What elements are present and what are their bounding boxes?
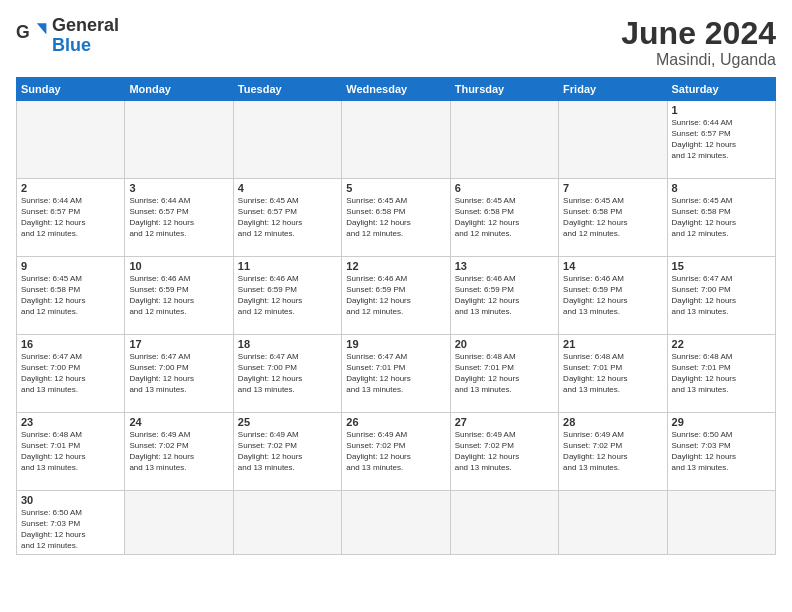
header-friday: Friday bbox=[559, 78, 667, 101]
day-info: Sunrise: 6:46 AMSunset: 6:59 PMDaylight:… bbox=[563, 274, 662, 317]
calendar-cell: 13Sunrise: 6:46 AMSunset: 6:59 PMDayligh… bbox=[450, 257, 558, 335]
calendar-cell: 2Sunrise: 6:44 AMSunset: 6:57 PMDaylight… bbox=[17, 179, 125, 257]
day-info: Sunrise: 6:45 AMSunset: 6:58 PMDaylight:… bbox=[21, 274, 120, 317]
logo: G GeneralBlue bbox=[16, 16, 119, 56]
day-number: 21 bbox=[563, 338, 662, 350]
day-number: 26 bbox=[346, 416, 445, 428]
day-info: Sunrise: 6:49 AMSunset: 7:02 PMDaylight:… bbox=[346, 430, 445, 473]
calendar-cell bbox=[233, 491, 341, 555]
calendar-cell: 11Sunrise: 6:46 AMSunset: 6:59 PMDayligh… bbox=[233, 257, 341, 335]
logo-text: GeneralBlue bbox=[52, 16, 119, 56]
logo-blue-text: Blue bbox=[52, 35, 91, 55]
calendar-cell: 7Sunrise: 6:45 AMSunset: 6:58 PMDaylight… bbox=[559, 179, 667, 257]
calendar-cell: 15Sunrise: 6:47 AMSunset: 7:00 PMDayligh… bbox=[667, 257, 775, 335]
calendar-cell bbox=[559, 491, 667, 555]
general-blue-logo-icon: G bbox=[16, 20, 48, 52]
header-sunday: Sunday bbox=[17, 78, 125, 101]
day-info: Sunrise: 6:48 AMSunset: 7:01 PMDaylight:… bbox=[563, 352, 662, 395]
calendar-cell bbox=[342, 491, 450, 555]
calendar-cell: 30Sunrise: 6:50 AMSunset: 7:03 PMDayligh… bbox=[17, 491, 125, 555]
day-info: Sunrise: 6:45 AMSunset: 6:57 PMDaylight:… bbox=[238, 196, 337, 239]
day-info: Sunrise: 6:44 AMSunset: 6:57 PMDaylight:… bbox=[21, 196, 120, 239]
calendar-cell bbox=[17, 101, 125, 179]
day-info: Sunrise: 6:45 AMSunset: 6:58 PMDaylight:… bbox=[455, 196, 554, 239]
svg-marker-1 bbox=[37, 23, 47, 34]
day-info: Sunrise: 6:47 AMSunset: 7:00 PMDaylight:… bbox=[21, 352, 120, 395]
calendar-cell: 6Sunrise: 6:45 AMSunset: 6:58 PMDaylight… bbox=[450, 179, 558, 257]
calendar-cell: 1Sunrise: 6:44 AMSunset: 6:57 PMDaylight… bbox=[667, 101, 775, 179]
day-number: 29 bbox=[672, 416, 771, 428]
day-number: 27 bbox=[455, 416, 554, 428]
calendar-header-row: Sunday Monday Tuesday Wednesday Thursday… bbox=[17, 78, 776, 101]
day-number: 13 bbox=[455, 260, 554, 272]
calendar-cell: 19Sunrise: 6:47 AMSunset: 7:01 PMDayligh… bbox=[342, 335, 450, 413]
calendar-cell: 21Sunrise: 6:48 AMSunset: 7:01 PMDayligh… bbox=[559, 335, 667, 413]
calendar-cell: 18Sunrise: 6:47 AMSunset: 7:00 PMDayligh… bbox=[233, 335, 341, 413]
day-info: Sunrise: 6:50 AMSunset: 7:03 PMDaylight:… bbox=[21, 508, 120, 551]
day-number: 30 bbox=[21, 494, 120, 506]
day-number: 14 bbox=[563, 260, 662, 272]
calendar-cell: 8Sunrise: 6:45 AMSunset: 6:58 PMDaylight… bbox=[667, 179, 775, 257]
calendar-cell: 12Sunrise: 6:46 AMSunset: 6:59 PMDayligh… bbox=[342, 257, 450, 335]
day-info: Sunrise: 6:47 AMSunset: 7:00 PMDaylight:… bbox=[129, 352, 228, 395]
day-number: 9 bbox=[21, 260, 120, 272]
day-number: 20 bbox=[455, 338, 554, 350]
day-info: Sunrise: 6:47 AMSunset: 7:00 PMDaylight:… bbox=[238, 352, 337, 395]
day-number: 5 bbox=[346, 182, 445, 194]
calendar-cell bbox=[125, 101, 233, 179]
day-number: 12 bbox=[346, 260, 445, 272]
day-info: Sunrise: 6:46 AMSunset: 6:59 PMDaylight:… bbox=[346, 274, 445, 317]
day-number: 2 bbox=[21, 182, 120, 194]
day-info: Sunrise: 6:47 AMSunset: 7:00 PMDaylight:… bbox=[672, 274, 771, 317]
day-number: 23 bbox=[21, 416, 120, 428]
page-header: G GeneralBlue June 2024 Masindi, Uganda bbox=[16, 16, 776, 69]
day-info: Sunrise: 6:44 AMSunset: 6:57 PMDaylight:… bbox=[129, 196, 228, 239]
header-thursday: Thursday bbox=[450, 78, 558, 101]
calendar-cell: 27Sunrise: 6:49 AMSunset: 7:02 PMDayligh… bbox=[450, 413, 558, 491]
day-info: Sunrise: 6:47 AMSunset: 7:01 PMDaylight:… bbox=[346, 352, 445, 395]
header-saturday: Saturday bbox=[667, 78, 775, 101]
calendar-cell bbox=[450, 101, 558, 179]
calendar-cell: 29Sunrise: 6:50 AMSunset: 7:03 PMDayligh… bbox=[667, 413, 775, 491]
day-number: 15 bbox=[672, 260, 771, 272]
calendar-cell: 22Sunrise: 6:48 AMSunset: 7:01 PMDayligh… bbox=[667, 335, 775, 413]
day-info: Sunrise: 6:46 AMSunset: 6:59 PMDaylight:… bbox=[238, 274, 337, 317]
month-title: June 2024 bbox=[621, 16, 776, 51]
svg-text:G: G bbox=[16, 21, 30, 41]
calendar-cell bbox=[233, 101, 341, 179]
day-info: Sunrise: 6:48 AMSunset: 7:01 PMDaylight:… bbox=[672, 352, 771, 395]
day-number: 4 bbox=[238, 182, 337, 194]
day-info: Sunrise: 6:49 AMSunset: 7:02 PMDaylight:… bbox=[563, 430, 662, 473]
day-number: 17 bbox=[129, 338, 228, 350]
calendar-cell bbox=[559, 101, 667, 179]
day-info: Sunrise: 6:45 AMSunset: 6:58 PMDaylight:… bbox=[672, 196, 771, 239]
day-info: Sunrise: 6:49 AMSunset: 7:02 PMDaylight:… bbox=[238, 430, 337, 473]
location: Masindi, Uganda bbox=[621, 51, 776, 69]
calendar-cell: 9Sunrise: 6:45 AMSunset: 6:58 PMDaylight… bbox=[17, 257, 125, 335]
day-number: 7 bbox=[563, 182, 662, 194]
calendar-cell: 28Sunrise: 6:49 AMSunset: 7:02 PMDayligh… bbox=[559, 413, 667, 491]
calendar-cell: 5Sunrise: 6:45 AMSunset: 6:58 PMDaylight… bbox=[342, 179, 450, 257]
day-number: 11 bbox=[238, 260, 337, 272]
title-block: June 2024 Masindi, Uganda bbox=[621, 16, 776, 69]
calendar-cell bbox=[667, 491, 775, 555]
day-number: 3 bbox=[129, 182, 228, 194]
day-info: Sunrise: 6:46 AMSunset: 6:59 PMDaylight:… bbox=[455, 274, 554, 317]
day-info: Sunrise: 6:46 AMSunset: 6:59 PMDaylight:… bbox=[129, 274, 228, 317]
day-number: 19 bbox=[346, 338, 445, 350]
calendar-cell: 20Sunrise: 6:48 AMSunset: 7:01 PMDayligh… bbox=[450, 335, 558, 413]
calendar-cell bbox=[125, 491, 233, 555]
day-number: 18 bbox=[238, 338, 337, 350]
header-monday: Monday bbox=[125, 78, 233, 101]
day-number: 24 bbox=[129, 416, 228, 428]
day-info: Sunrise: 6:45 AMSunset: 6:58 PMDaylight:… bbox=[346, 196, 445, 239]
calendar-table: Sunday Monday Tuesday Wednesday Thursday… bbox=[16, 77, 776, 555]
day-number: 22 bbox=[672, 338, 771, 350]
day-info: Sunrise: 6:48 AMSunset: 7:01 PMDaylight:… bbox=[455, 352, 554, 395]
header-wednesday: Wednesday bbox=[342, 78, 450, 101]
calendar-cell: 4Sunrise: 6:45 AMSunset: 6:57 PMDaylight… bbox=[233, 179, 341, 257]
calendar-cell: 14Sunrise: 6:46 AMSunset: 6:59 PMDayligh… bbox=[559, 257, 667, 335]
day-number: 1 bbox=[672, 104, 771, 116]
calendar-cell: 17Sunrise: 6:47 AMSunset: 7:00 PMDayligh… bbox=[125, 335, 233, 413]
calendar-cell: 3Sunrise: 6:44 AMSunset: 6:57 PMDaylight… bbox=[125, 179, 233, 257]
